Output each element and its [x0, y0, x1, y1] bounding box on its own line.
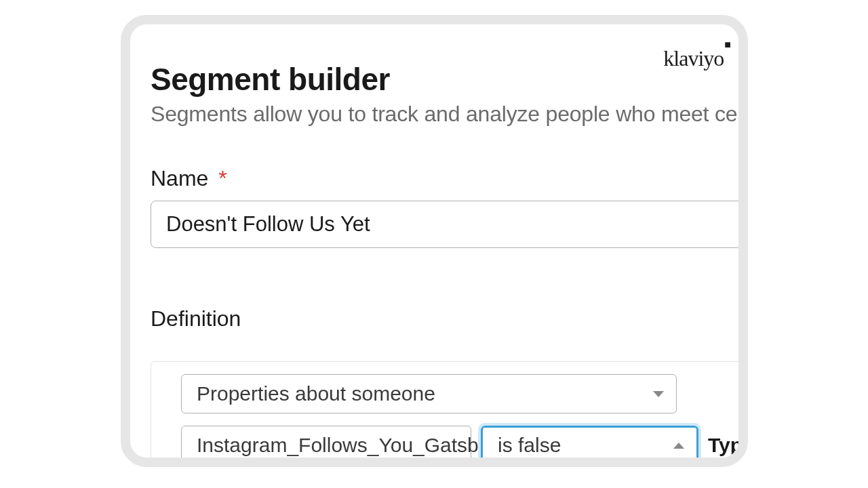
condition-type-dropdown[interactable]: Properties about someone [181, 374, 677, 413]
property-value: Instagram_Follows_You_Gatsby [197, 434, 489, 457]
definition-rule-box: Properties about someone Instagram_Follo… [151, 361, 748, 467]
definition-section-label: Definition [151, 306, 738, 331]
segment-name-input[interactable] [151, 201, 748, 248]
page-title: Segment builder [151, 61, 738, 98]
content-area: klaviyo■ Segment builder Segments allow … [130, 24, 738, 458]
chevron-up-icon [673, 443, 684, 449]
brand-logo: klaviyo■ [663, 46, 730, 71]
chevron-down-icon [653, 391, 664, 397]
logo-mark: ■ [724, 39, 730, 50]
condition-type-row: Properties about someone [181, 374, 748, 413]
page-subtitle: Segments allow you to track and analyze … [151, 102, 738, 127]
required-indicator: * [218, 166, 226, 190]
name-label-text: Name [151, 166, 208, 190]
property-operator-row: Instagram_Follows_You_Gatsby is false Ty… [181, 426, 748, 465]
logo-text: klaviyo [663, 46, 724, 70]
condition-type-value: Properties about someone [197, 382, 435, 405]
name-field-label: Name * [151, 166, 738, 191]
type-label-partial: Typ [708, 434, 743, 457]
property-dropdown[interactable]: Instagram_Follows_You_Gatsby [181, 426, 471, 465]
app-frame: klaviyo■ Segment builder Segments allow … [121, 15, 748, 467]
operator-dropdown[interactable]: is false [481, 426, 698, 465]
operator-value: is false [498, 434, 561, 457]
